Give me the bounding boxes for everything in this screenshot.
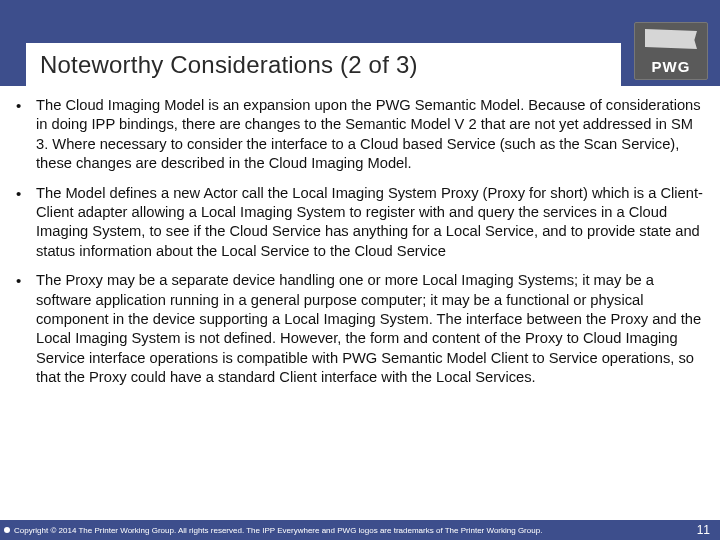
bullet-item: The Model defines a new Actor call the L… xyxy=(14,184,706,262)
flag-icon xyxy=(645,29,697,49)
title-plate: Noteworthy Considerations (2 of 3) xyxy=(26,43,621,86)
bullet-item: The Cloud Imaging Model is an expansion … xyxy=(14,96,706,174)
logo-text: PWG xyxy=(635,58,707,75)
bullet-list: The Cloud Imaging Model is an expansion … xyxy=(14,96,706,388)
slide-body: The Cloud Imaging Model is an expansion … xyxy=(14,96,706,514)
copyright-text: Copyright © 2014 The Printer Working Gro… xyxy=(14,526,542,535)
footer-dot-icon xyxy=(4,527,10,533)
slide: Noteworthy Considerations (2 of 3) PWG T… xyxy=(0,0,720,540)
footer-left: Copyright © 2014 The Printer Working Gro… xyxy=(4,526,542,535)
header-bar: Noteworthy Considerations (2 of 3) PWG xyxy=(0,0,720,86)
pwg-logo: PWG xyxy=(634,22,708,80)
page-number: 11 xyxy=(697,523,710,537)
footer-bar: Copyright © 2014 The Printer Working Gro… xyxy=(0,520,720,540)
slide-title: Noteworthy Considerations (2 of 3) xyxy=(40,51,418,79)
bullet-item: The Proxy may be a separate device handl… xyxy=(14,271,706,387)
